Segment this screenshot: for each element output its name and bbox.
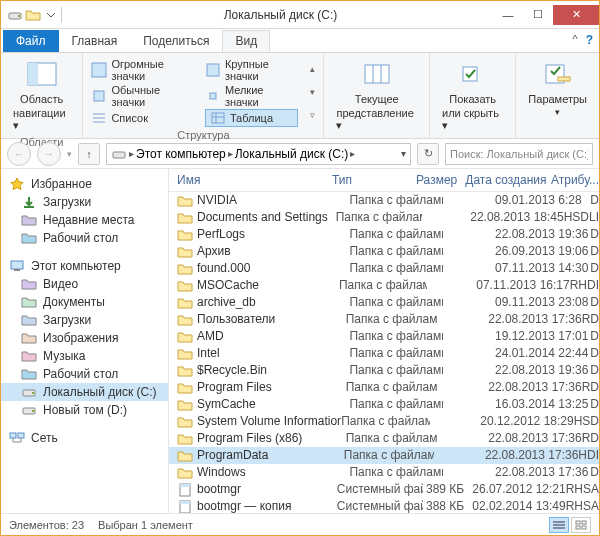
options-button[interactable]: Параметры ▾: [524, 57, 591, 119]
svg-rect-3: [28, 63, 38, 85]
table-row[interactable]: System Volume InformationПапка с файлами…: [169, 413, 599, 430]
refresh-button[interactable]: ↻: [417, 143, 439, 165]
sidebar-pc-item[interactable]: Рабочий стол: [1, 365, 168, 383]
sidebar-favorites-head[interactable]: Избранное: [1, 175, 168, 193]
chevron-right-icon[interactable]: ▸: [129, 148, 134, 159]
file-attr: RHSA: [566, 498, 599, 513]
tab-share[interactable]: Поделиться: [130, 30, 222, 52]
small-icons-icon: [205, 88, 221, 104]
table-row[interactable]: archive_dbПапка с файлами09.11.2013 23:0…: [169, 294, 599, 311]
sidebar-item-label: Загрузки: [43, 312, 91, 328]
current-view-button[interactable]: Текущее представление ▾: [332, 57, 421, 134]
sidebar-fav-item[interactable]: Загрузки: [1, 193, 168, 211]
sidebar-pc-item[interactable]: Новый том (D:): [1, 401, 168, 419]
nav-forward-button[interactable]: →: [37, 142, 61, 166]
table-row[interactable]: SymCacheПапка с файлами16.03.2014 13:25D: [169, 396, 599, 413]
layout-list[interactable]: Список: [91, 109, 192, 127]
show-hide-button[interactable]: Показать или скрыть ▾: [438, 57, 507, 134]
navigation-pane-button[interactable]: Область навигации ▾: [9, 57, 74, 134]
nav-up-button[interactable]: ↑: [78, 143, 100, 165]
folder-icon: [177, 381, 193, 395]
columns-icon: [361, 59, 393, 91]
view-details-button[interactable]: [549, 517, 569, 533]
file-name: PerfLogs: [197, 226, 245, 243]
expand-icon[interactable]: ▿: [310, 110, 315, 120]
minimize-button[interactable]: —: [493, 5, 523, 25]
table-row[interactable]: bootmgrСистемный файл389 КБ26.07.2012 12…: [169, 481, 599, 498]
svg-rect-17: [463, 67, 477, 81]
sidebar-fav-item[interactable]: Недавние места: [1, 211, 168, 229]
layout-small-icons[interactable]: Мелкие значки: [205, 83, 299, 109]
table-row[interactable]: ПользователиПапка с файлами22.08.2013 17…: [169, 311, 599, 328]
layout-huge-icons[interactable]: Огромные значки: [91, 57, 192, 83]
table-row[interactable]: Program Files (x86)Папка с файлами22.08.…: [169, 430, 599, 447]
table-row[interactable]: PerfLogsПапка с файлами22.08.2013 19:36D: [169, 226, 599, 243]
svg-rect-11: [212, 113, 224, 123]
sidebar-pc-item[interactable]: Локальный диск (C:): [1, 383, 168, 401]
layout-large-icons[interactable]: Крупные значки: [205, 57, 299, 83]
sidebar-fav-item[interactable]: Рабочий стол: [1, 229, 168, 247]
file-icon: [177, 500, 193, 514]
checkbox-icon: [457, 59, 489, 91]
table-row[interactable]: АрхивПапка с файлами26.09.2013 19:06D: [169, 243, 599, 260]
col-header-attr[interactable]: Атрибу...: [551, 173, 599, 187]
search-input[interactable]: Поиск: Локальный диск (C:): [445, 143, 593, 165]
address-bar[interactable]: ▸ Этот компьютер ▸ Локальный диск (C:) ▸…: [106, 143, 411, 165]
tab-home[interactable]: Главная: [59, 30, 131, 52]
sidebar-pc-item-icon: [21, 384, 37, 400]
sidebar-pc-item[interactable]: Документы: [1, 293, 168, 311]
dropdown-icon[interactable]: [43, 7, 59, 23]
col-header-size[interactable]: Размер: [416, 173, 465, 187]
breadcrumb-drive[interactable]: Локальный диск (C:): [235, 147, 349, 161]
scroll-down-icon[interactable]: ▾: [310, 87, 315, 97]
file-name: archive_db: [197, 294, 256, 311]
svg-rect-28: [10, 433, 16, 438]
close-button[interactable]: ✕: [553, 5, 599, 25]
file-name: Program Files: [197, 379, 272, 396]
sidebar-network-head[interactable]: Сеть: [1, 429, 168, 447]
tab-file[interactable]: Файл: [3, 30, 59, 52]
col-header-type[interactable]: Тип: [332, 173, 416, 187]
layout-medium-icons[interactable]: Обычные значки: [91, 83, 192, 109]
svg-rect-36: [180, 501, 190, 504]
folder-icon: [177, 364, 193, 378]
sidebar-pc-item[interactable]: Видео: [1, 275, 168, 293]
view-thumbnails-button[interactable]: [571, 517, 591, 533]
table-row[interactable]: Program FilesПапка с файлами22.08.2013 1…: [169, 379, 599, 396]
table-row[interactable]: WindowsПапка с файлами22.08.2013 17:36D: [169, 464, 599, 481]
nav-back-button[interactable]: ←: [7, 142, 31, 166]
file-name: Documents and Settings: [197, 209, 328, 226]
file-attr: D: [590, 345, 599, 362]
folder-icon: [177, 330, 193, 344]
chevron-right-icon[interactable]: ▸: [228, 148, 233, 159]
help-icon[interactable]: ?: [586, 33, 593, 47]
sidebar-pc-item[interactable]: Изображения: [1, 329, 168, 347]
collapse-ribbon-icon[interactable]: ^: [572, 33, 577, 47]
sidebar-pc-head[interactable]: Этот компьютер: [1, 257, 168, 275]
col-header-date[interactable]: Дата создания: [465, 173, 551, 187]
nav-pane-icon: [26, 59, 58, 91]
file-list[interactable]: NVIDIAПапка с файлами09.01.2013 6:28DDoc…: [169, 192, 599, 513]
chevron-right-icon[interactable]: ▸: [350, 148, 355, 159]
maximize-button[interactable]: ☐: [523, 5, 553, 25]
scroll-up-icon[interactable]: ▴: [310, 64, 315, 74]
table-row[interactable]: MSOCacheПапка с файлами07.11.2013 16:17R…: [169, 277, 599, 294]
layout-table[interactable]: Таблица: [205, 109, 299, 127]
address-dropdown-icon[interactable]: ▾: [401, 148, 406, 159]
tab-view[interactable]: Вид: [222, 30, 270, 52]
table-row[interactable]: Documents and SettingsПапка с файлами22.…: [169, 209, 599, 226]
table-row[interactable]: $Recycle.BinПапка с файлами22.08.2013 19…: [169, 362, 599, 379]
history-dropdown-icon[interactable]: ▾: [67, 149, 72, 159]
sidebar-pc-item[interactable]: Загрузки: [1, 311, 168, 329]
table-row[interactable]: NVIDIAПапка с файлами09.01.2013 6:28D: [169, 192, 599, 209]
table-row[interactable]: AMDПапка с файлами19.12.2013 17:01D: [169, 328, 599, 345]
table-row[interactable]: ProgramDataПапка с файлами22.08.2013 17:…: [169, 447, 599, 464]
table-row[interactable]: found.000Папка с файлами07.11.2013 14:30…: [169, 260, 599, 277]
file-date: 22.08.2013 17:36: [495, 464, 590, 481]
breadcrumb-pc[interactable]: Этот компьютер: [136, 147, 226, 161]
col-header-name[interactable]: Имя: [177, 173, 332, 187]
sidebar-pc-item[interactable]: Музыка: [1, 347, 168, 365]
table-row[interactable]: IntelПапка с файлами24.01.2014 22:44D: [169, 345, 599, 362]
file-type: Папка с файлами: [349, 464, 443, 481]
table-row[interactable]: bootmgr — копияСистемный файл388 КБ02.02…: [169, 498, 599, 513]
